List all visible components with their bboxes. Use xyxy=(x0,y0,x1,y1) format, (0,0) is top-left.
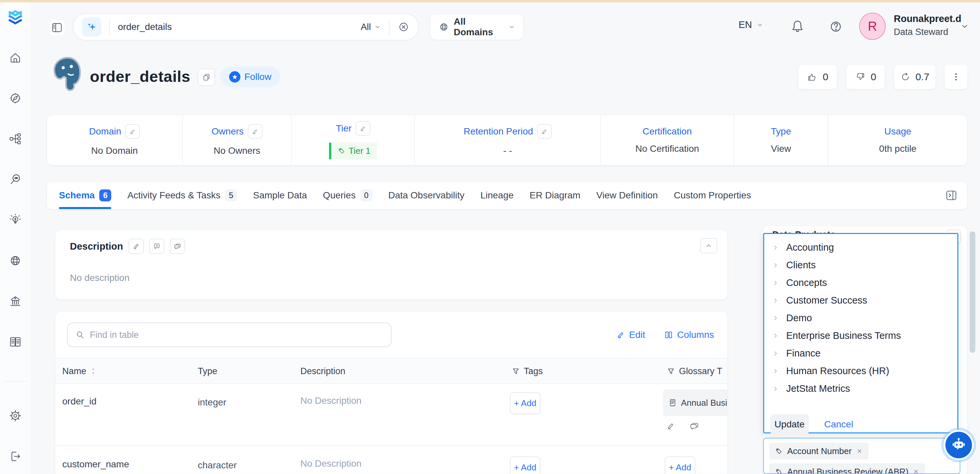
schema-count-badge: 6 xyxy=(99,189,111,201)
selected-term-chip[interactable]: Account Number xyxy=(769,443,869,460)
tree-item-concepts[interactable]: Concepts xyxy=(764,274,957,291)
follow-star-icon: ★ xyxy=(229,71,240,83)
update-button[interactable]: Update xyxy=(770,414,809,435)
lightbulb-icon xyxy=(9,213,22,227)
clear-search-icon[interactable] xyxy=(398,21,410,33)
tree-item-enterprise-business-terms[interactable]: Enterprise Business Terms xyxy=(764,327,957,345)
app-logo[interactable] xyxy=(8,10,23,24)
tree-item-clients[interactable]: Clients xyxy=(764,256,957,274)
tab-lineage[interactable]: Lineage xyxy=(480,182,514,209)
comment-glossary-button[interactable] xyxy=(690,422,699,431)
find-in-table-input[interactable] xyxy=(90,330,383,340)
meta-usage: Usage 0th pctile xyxy=(829,115,967,165)
activity-count-badge: 5 xyxy=(225,189,237,201)
table-row[interactable]: customer_name character varying(100) No … xyxy=(55,446,728,474)
edit-description-button[interactable] xyxy=(129,239,144,254)
column-header-name[interactable]: Name xyxy=(62,366,198,377)
tree-item-human-resources[interactable]: Human Resources (HR) xyxy=(764,362,957,380)
find-in-table-search[interactable] xyxy=(67,323,391,347)
search-icon xyxy=(76,330,84,339)
edit-domain-button[interactable] xyxy=(125,124,140,139)
language-selector[interactable]: EN xyxy=(738,19,763,30)
edit-glossary-button[interactable] xyxy=(666,422,675,430)
chevron-down-icon xyxy=(374,24,381,30)
add-tag-button[interactable]: + Add xyxy=(510,392,541,414)
scrollbar-thumb[interactable] xyxy=(970,231,975,353)
copy-name-button[interactable] xyxy=(198,68,215,86)
follow-button[interactable]: ★ Follow xyxy=(220,67,280,87)
help-button[interactable] xyxy=(829,19,843,35)
sidebar-item-home[interactable] xyxy=(8,50,23,65)
open-book-icon xyxy=(9,335,22,348)
tab-custom-properties[interactable]: Custom Properties xyxy=(674,182,751,209)
logout-icon xyxy=(9,450,22,463)
table-row[interactable]: order_id integer No Description + Add An… xyxy=(55,384,728,446)
version-button[interactable]: 0.7 xyxy=(894,65,936,89)
chat-assistant-button[interactable] xyxy=(944,430,974,460)
type-label: Type xyxy=(771,126,791,137)
sidebar-item-govern[interactable] xyxy=(8,294,23,309)
tab-sample-data[interactable]: Sample Data xyxy=(253,182,307,209)
downvote-button[interactable]: 0 xyxy=(846,65,885,89)
sidebar-item-logout[interactable] xyxy=(8,449,23,464)
add-glossary-term-button[interactable]: + Add xyxy=(665,457,695,474)
upvote-button[interactable]: 0 xyxy=(798,65,837,89)
sidebar-item-insights[interactable] xyxy=(8,213,23,227)
tree-item-jetstat-metrics[interactable]: JetStat Metrics xyxy=(764,380,957,398)
column-header-description: Description xyxy=(301,366,501,377)
edit-table-button[interactable]: Edit xyxy=(616,329,645,340)
edit-owners-button[interactable] xyxy=(248,124,262,139)
selected-term-chip[interactable]: Annual Business Review (ABR) xyxy=(769,463,925,474)
tier-badge: Tier 1 xyxy=(329,142,377,159)
more-actions-button[interactable] xyxy=(944,65,968,89)
tab-activity-feeds[interactable]: Activity Feeds & Tasks5 xyxy=(127,182,237,209)
tab-data-observability[interactable]: Data Observability xyxy=(388,182,465,209)
sidebar-toggle-button[interactable] xyxy=(49,20,65,35)
search-scope-dropdown[interactable]: All xyxy=(361,22,381,32)
collapse-description-button[interactable] xyxy=(700,238,717,253)
column-header-tags[interactable]: Tags xyxy=(501,366,656,377)
tab-schema[interactable]: Schema6 xyxy=(59,182,111,209)
columns-button[interactable]: Columns xyxy=(664,329,714,340)
column-header-glossary[interactable]: Glossary T xyxy=(656,366,728,377)
all-domains-dropdown[interactable]: All Domains xyxy=(430,14,523,40)
tree-item-finance[interactable]: Finance xyxy=(764,345,957,362)
tree-item-demo[interactable]: Demo xyxy=(764,309,957,327)
notifications-button[interactable] xyxy=(790,19,805,35)
edit-tier-button[interactable] xyxy=(356,121,370,136)
ai-search-button[interactable] xyxy=(82,17,101,37)
remove-term-icon[interactable] xyxy=(913,469,919,474)
filter-funnel-icon xyxy=(512,367,520,375)
add-tag-button[interactable]: + Add xyxy=(510,457,541,474)
global-search-bar[interactable]: All xyxy=(73,13,419,41)
sidebar-item-glossary[interactable] xyxy=(8,334,23,349)
certification-value: No Certification xyxy=(635,143,699,154)
user-menu-chevron-icon[interactable] xyxy=(960,22,969,30)
tab-view-definition[interactable]: View Definition xyxy=(597,182,658,209)
avatar[interactable]: R xyxy=(859,13,886,40)
sidebar-item-explore[interactable] xyxy=(8,91,23,105)
column-header-type: Type xyxy=(198,366,301,377)
selected-terms-box[interactable]: Account Number Annual Business Review (A… xyxy=(763,438,960,474)
glossary-term-chip[interactable]: Annual Busine xyxy=(663,390,728,416)
remove-term-icon[interactable] xyxy=(856,448,862,454)
tab-queries[interactable]: Queries0 xyxy=(323,182,372,209)
question-circle-icon xyxy=(829,19,843,34)
expand-side-panel-button[interactable] xyxy=(945,189,958,203)
queries-count-badge: 0 xyxy=(360,189,372,201)
comments-button[interactable] xyxy=(170,239,185,254)
sidebar-item-lineage[interactable] xyxy=(8,132,23,146)
sidebar-item-domains[interactable] xyxy=(8,253,23,268)
sidebar-item-settings[interactable] xyxy=(8,409,23,423)
tab-er-diagram[interactable]: ER Diagram xyxy=(530,182,580,209)
search-input[interactable] xyxy=(118,22,361,32)
owners-value: No Owners xyxy=(214,145,260,156)
sidebar-item-observability[interactable] xyxy=(8,172,23,187)
meta-tier: Tier Tier 1 xyxy=(292,115,415,165)
edit-retention-button[interactable] xyxy=(537,124,552,139)
request-description-button[interactable] xyxy=(149,239,164,254)
tree-item-accounting[interactable]: Accounting xyxy=(764,239,957,256)
cancel-button[interactable]: Cancel xyxy=(824,419,853,430)
tree-item-customer-success[interactable]: Customer Success xyxy=(764,291,957,309)
user-menu[interactable]: Rounakpreet.d Data Steward xyxy=(894,13,961,37)
